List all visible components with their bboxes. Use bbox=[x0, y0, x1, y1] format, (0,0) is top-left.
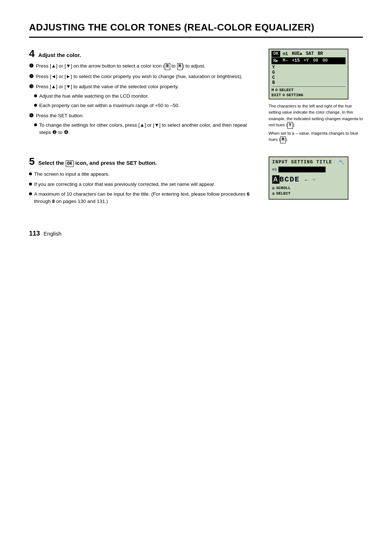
sub-bullet-2: Each property can be set within a maximu… bbox=[34, 102, 258, 109]
step5-bullet-1: The screen to input a title appears. bbox=[29, 171, 258, 178]
num-2: ❷ bbox=[29, 73, 34, 80]
step5-section: 5 Select the OK icon, and press the SET … bbox=[29, 156, 363, 208]
bullet-dot-1 bbox=[34, 94, 37, 97]
sub-bullet-4-1: To change the settings for other colors,… bbox=[34, 122, 258, 136]
bullet-dot-5-1 bbox=[29, 172, 32, 175]
lcd-chars-display: ABCDE ← ☜ bbox=[272, 175, 345, 184]
lcd-row-y: Y bbox=[272, 65, 345, 70]
page-footer: 113 English bbox=[29, 230, 363, 237]
lcd-exit-label: EXIT bbox=[271, 93, 281, 97]
lcd-plus15: +15 bbox=[290, 58, 301, 64]
bullet-dot-4-1 bbox=[34, 123, 37, 126]
instruction-4: ❹ Press the SET button. To change the se… bbox=[29, 112, 258, 136]
lcd-br-00: 00 bbox=[321, 58, 330, 64]
lcd-scroll-line: ⊙ SCROLL bbox=[272, 186, 345, 191]
lcd-icon: ⊙1 bbox=[281, 51, 290, 57]
boxed-y: Y bbox=[287, 122, 293, 129]
lcd-char-A: A bbox=[272, 175, 279, 184]
step4-title: Adjust the color. bbox=[38, 52, 81, 58]
lcd-arrow-back: ← bbox=[305, 177, 313, 183]
step4-instructions: ❶ Press [▲] or [▼] on the arrow button t… bbox=[29, 62, 258, 136]
lcd-sat: SAT bbox=[305, 51, 315, 57]
instruction-3: ❸ Press [▲] or [▼] to adjust the value o… bbox=[29, 83, 258, 109]
lcd-chars-rest: BCDE bbox=[279, 175, 300, 184]
bullet-dot-2 bbox=[34, 104, 37, 107]
lcd-select-circle: ⊙ bbox=[272, 191, 275, 196]
lcd-input-field bbox=[278, 167, 326, 172]
lcd-br: BR bbox=[316, 51, 324, 57]
lcd-title-bar: INPUT SETTING TITLE 🔧 bbox=[272, 159, 345, 165]
lcd-hue: HUE▲ bbox=[290, 51, 304, 57]
footer-lang: English bbox=[44, 230, 61, 237]
lcd-m-label: M bbox=[271, 88, 274, 92]
lcd-note-1: The characters to the left and right of … bbox=[269, 103, 363, 129]
sub-bullet-4-1-text: To change the settings for other colors,… bbox=[39, 122, 258, 136]
step5-screen: INPUT SETTING TITLE 🔧 ⊙1 ABCDE ← ☜ ⊙ SCR… bbox=[269, 156, 363, 208]
instruction-1: ❶ Press [▲] or [▼] on the arrow button t… bbox=[29, 62, 258, 70]
num-1: ❶ bbox=[29, 62, 34, 70]
instruction-3-text: Press [▲] or [▼] to adjust the value of … bbox=[36, 83, 179, 90]
step4-number: 4 bbox=[29, 49, 35, 59]
lcd-setting-label: SETTING bbox=[286, 93, 303, 97]
ok-box: OK bbox=[66, 160, 74, 167]
lcd-m-minus: M– bbox=[281, 58, 290, 64]
instruction-2-text: Press [◄] or [►] to select the color pro… bbox=[36, 73, 242, 80]
lcd-scroll-text: SCROLL bbox=[276, 186, 291, 190]
lcd-circle-btn-1: ⊙ bbox=[275, 87, 278, 92]
sub-bullet-2-text: Each property can be set within a maximu… bbox=[39, 102, 180, 109]
bullet-dot-5-2 bbox=[29, 183, 32, 185]
lcd-r-label: R▶ bbox=[271, 58, 280, 64]
page-title: ADJUSTING THE COLOR TONES (REAL-COLOR EQ… bbox=[29, 22, 363, 38]
sub-bullet-1-text: Adjust the hue while watching on the LCD… bbox=[39, 93, 149, 100]
num-3: ❸ bbox=[29, 83, 34, 90]
lcd-select-line: ⊙ SELECT bbox=[272, 191, 345, 196]
instruction-4-text: Press the SET button. bbox=[36, 112, 84, 119]
num-4: ❹ bbox=[29, 112, 34, 119]
step5-title: Select the OK icon, and press the SET bu… bbox=[38, 160, 157, 167]
lcd-plus-y: +Y bbox=[302, 58, 311, 64]
lcd-hand-icon: ☜ bbox=[313, 177, 316, 183]
lcd-input-setting-title: INPUT SETTING TITLE bbox=[272, 160, 332, 165]
sub-bullet-1: Adjust the hue while watching on the LCD… bbox=[34, 93, 258, 100]
instruction-2: ❷ Press [◄] or [►] to select the color p… bbox=[29, 73, 258, 80]
bullet-dot-5-3 bbox=[29, 192, 32, 195]
boxed-m: M bbox=[280, 136, 286, 143]
step5-bullet-3: A maximum of 10 characters can be input … bbox=[29, 191, 258, 205]
lcd-note-2: When set to a – value, magenta changes t… bbox=[269, 130, 363, 143]
step4-content: 4 Adjust the color. ❶ Press [▲] or [▼] o… bbox=[29, 49, 258, 143]
lcd-scroll-circle: ⊙ bbox=[272, 186, 275, 191]
step5-bullet-3-text: A maximum of 10 characters can be input … bbox=[34, 191, 258, 205]
instruction-1-text: Press [▲] or [▼] on the arrow button to … bbox=[36, 62, 205, 70]
page-number: 113 bbox=[29, 230, 40, 237]
lcd-circle-1: ⊙1 bbox=[272, 167, 277, 172]
step4-sub-bullets: Adjust the hue while watching on the LCD… bbox=[34, 93, 258, 109]
step4-screen: OK ⊙1 HUE▲ SAT BR R▶ M– +15 +Y 00 00 Y G… bbox=[269, 49, 363, 143]
lcd-display-step4: OK ⊙1 HUE▲ SAT BR R▶ M– +15 +Y 00 00 Y G… bbox=[269, 49, 348, 99]
step5-bullet-1-text: The screen to input a title appears. bbox=[34, 171, 110, 178]
lcd-setting-row: EXIT ⊙ SETTING bbox=[271, 93, 346, 97]
lcd-input-row: ⊙1 bbox=[272, 167, 345, 172]
lcd-ok: OK bbox=[271, 51, 280, 57]
lcd-row-c: C bbox=[272, 75, 345, 80]
step4-heading: 4 Adjust the color. bbox=[29, 49, 258, 59]
step5-number: 5 bbox=[29, 156, 35, 167]
lcd-select-row: M ⊙ SELECT bbox=[271, 87, 346, 92]
step5-bullet-2: If you are correcting a color that was p… bbox=[29, 181, 258, 188]
step5-bullet-2-text: If you are correcting a color that was p… bbox=[34, 181, 215, 188]
lcd-wrench-icon: 🔧 bbox=[339, 159, 345, 165]
step5-content: 5 Select the OK icon, and press the SET … bbox=[29, 156, 258, 208]
lcd-row-b: B bbox=[272, 80, 345, 85]
step4-sub-bullets-4: To change the settings for other colors,… bbox=[34, 122, 258, 136]
step5-heading: 5 Select the OK icon, and press the SET … bbox=[29, 156, 258, 167]
step5-bullets: The screen to input a title appears. If … bbox=[29, 171, 258, 205]
lcd-display-step5: INPUT SETTING TITLE 🔧 ⊙1 ABCDE ← ☜ ⊙ SCR… bbox=[269, 156, 348, 200]
step4-section: 4 Adjust the color. ❶ Press [▲] or [▼] o… bbox=[29, 49, 363, 143]
lcd-select-label: SELECT bbox=[279, 88, 294, 92]
lcd-sat-00: 00 bbox=[311, 58, 320, 64]
lcd-circle-btn-2: ⊙ bbox=[282, 93, 285, 97]
lcd-row-g: G bbox=[272, 70, 345, 75]
lcd-select-text: SELECT bbox=[276, 191, 291, 196]
